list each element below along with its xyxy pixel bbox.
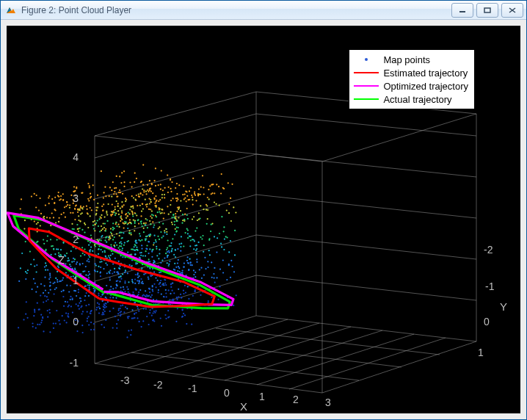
svg-point-1213 xyxy=(46,296,48,297)
svg-point-1003 xyxy=(141,248,142,250)
svg-point-1503 xyxy=(230,277,231,278)
svg-point-216 xyxy=(160,262,161,264)
svg-point-1471 xyxy=(93,288,95,289)
svg-point-47 xyxy=(82,271,84,272)
svg-point-782 xyxy=(59,323,61,325)
svg-point-818 xyxy=(142,188,143,189)
svg-point-1254 xyxy=(100,275,101,277)
close-button[interactable] xyxy=(501,3,523,18)
svg-point-546 xyxy=(200,294,201,296)
svg-point-975 xyxy=(159,211,160,213)
svg-point-860 xyxy=(198,219,200,220)
svg-point-463 xyxy=(78,231,79,232)
svg-point-1060 xyxy=(48,197,49,198)
svg-point-875 xyxy=(112,327,114,329)
svg-point-1153 xyxy=(142,320,144,322)
line-icon xyxy=(352,68,380,78)
svg-point-459 xyxy=(35,206,37,208)
svg-point-1390 xyxy=(191,324,192,325)
svg-point-1014 xyxy=(170,200,172,201)
svg-point-96 xyxy=(187,230,189,231)
svg-point-1536 xyxy=(54,253,56,255)
svg-point-48 xyxy=(145,256,146,257)
svg-point-1020 xyxy=(105,237,106,239)
svg-point-38 xyxy=(55,323,57,325)
svg-point-193 xyxy=(192,197,193,198)
svg-point-215 xyxy=(120,287,122,289)
svg-point-1411 xyxy=(121,172,123,173)
svg-point-194 xyxy=(104,187,106,188)
svg-point-530 xyxy=(138,294,139,295)
svg-point-1565 xyxy=(89,251,90,253)
svg-point-106 xyxy=(183,186,184,187)
svg-point-1551 xyxy=(181,297,182,299)
svg-point-955 xyxy=(98,294,99,296)
titlebar[interactable]: Figure 2: Point Cloud Player xyxy=(1,1,526,20)
svg-point-296 xyxy=(175,187,176,189)
svg-point-266 xyxy=(159,286,161,287)
svg-point-776 xyxy=(221,173,222,175)
maximize-button[interactable] xyxy=(476,3,498,18)
svg-point-1437 xyxy=(118,261,120,262)
svg-point-977 xyxy=(188,199,189,200)
svg-point-847 xyxy=(54,282,55,283)
svg-text:3: 3 xyxy=(73,192,79,204)
svg-point-1399 xyxy=(187,256,189,258)
svg-point-747 xyxy=(79,228,81,229)
svg-point-94 xyxy=(124,272,126,273)
svg-point-941 xyxy=(185,292,186,294)
svg-point-221 xyxy=(106,242,107,243)
svg-point-1040 xyxy=(91,209,92,211)
svg-point-1248 xyxy=(121,250,123,251)
svg-point-1315 xyxy=(108,239,109,240)
svg-point-1566 xyxy=(68,305,70,306)
svg-point-1269 xyxy=(90,311,92,312)
svg-point-825 xyxy=(153,320,155,322)
legend[interactable]: Map points Estimated trajectory Optimize… xyxy=(349,49,475,109)
minimize-button[interactable] xyxy=(451,3,473,18)
svg-point-615 xyxy=(121,201,123,203)
axes-3d[interactable]: -3 -2 -1 0 1 2 3 -2 -1 0 1 -1 0 1 2 xyxy=(7,26,520,413)
svg-point-722 xyxy=(202,175,203,176)
legend-item-optimized[interactable]: Optimized trajectory xyxy=(352,79,468,93)
svg-point-931 xyxy=(112,272,113,274)
svg-point-1108 xyxy=(189,258,191,260)
svg-point-346 xyxy=(124,291,126,292)
svg-point-565 xyxy=(161,194,163,195)
svg-point-128 xyxy=(44,295,46,297)
svg-point-83 xyxy=(145,199,146,200)
svg-point-52 xyxy=(164,187,166,189)
svg-point-223 xyxy=(120,220,121,222)
svg-point-99 xyxy=(51,254,52,256)
svg-point-1329 xyxy=(95,206,97,208)
legend-label: Optimized trajectory xyxy=(383,81,468,92)
svg-point-290 xyxy=(132,214,134,215)
svg-point-898 xyxy=(211,192,213,194)
svg-point-421 xyxy=(148,278,149,280)
svg-point-1356 xyxy=(48,292,49,294)
svg-point-1152 xyxy=(129,222,131,223)
svg-point-1441 xyxy=(146,219,148,220)
legend-item-actual[interactable]: Actual trajectory xyxy=(352,93,468,106)
svg-point-1373 xyxy=(170,242,172,244)
svg-point-1123 xyxy=(47,316,48,318)
svg-point-1338 xyxy=(158,289,159,291)
svg-point-493 xyxy=(160,231,161,233)
svg-point-665 xyxy=(87,198,89,200)
svg-point-742 xyxy=(127,215,128,217)
svg-point-880 xyxy=(152,291,153,292)
svg-point-1298 xyxy=(97,203,98,204)
svg-point-1528 xyxy=(159,249,160,250)
svg-point-1442 xyxy=(79,263,81,264)
svg-point-982 xyxy=(63,212,65,214)
svg-point-1076 xyxy=(101,217,102,219)
svg-point-1139 xyxy=(179,243,181,245)
svg-point-1381 xyxy=(115,258,116,259)
svg-point-940 xyxy=(70,195,72,196)
svg-point-823 xyxy=(137,308,139,309)
svg-point-1275 xyxy=(54,202,55,203)
svg-point-40 xyxy=(174,221,175,222)
legend-item-estimated[interactable]: Estimated trajectory xyxy=(352,66,468,79)
legend-item-map-points[interactable]: Map points xyxy=(352,53,468,66)
svg-point-272 xyxy=(118,192,120,193)
